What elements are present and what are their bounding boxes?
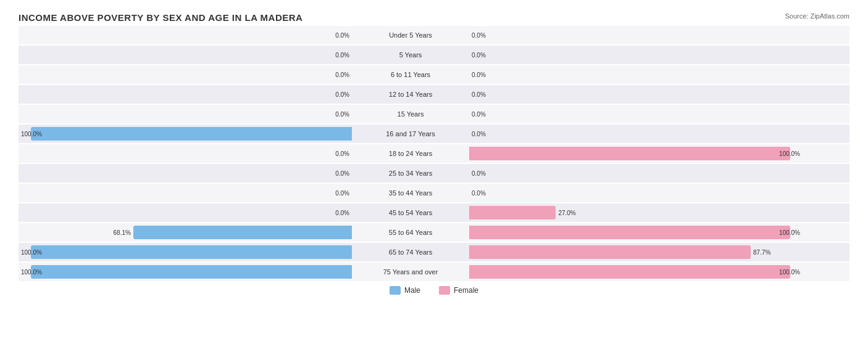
bar-label: 6 to 11 Years xyxy=(352,71,469,78)
left-section: 100.0% xyxy=(19,263,352,281)
female-value: 0.0% xyxy=(472,52,486,59)
right-section: 100.0% xyxy=(469,263,803,281)
chart-container: INCOME ABOVE POVERTY BY SEX AND AGE IN L… xyxy=(19,12,849,295)
source-label: Source: ZipAtlas.com xyxy=(785,12,849,20)
right-section: 0.0% xyxy=(469,184,803,202)
left-section: 0.0% xyxy=(19,26,352,44)
bar-row: 0.0%15 Years0.0% xyxy=(19,105,849,123)
male-bar xyxy=(31,245,352,259)
male-value: 0.0% xyxy=(335,210,349,216)
bar-row: 68.1%55 to 64 Years100.0% xyxy=(19,223,849,242)
male-value: 0.0% xyxy=(335,91,349,98)
male-value: 0.0% xyxy=(335,72,349,78)
bar-label: 65 to 74 Years xyxy=(352,248,469,256)
bar-label: 25 to 34 Years xyxy=(352,170,469,177)
male-bar xyxy=(31,127,352,141)
right-section: 0.0% xyxy=(469,125,803,143)
bar-row: 0.0%45 to 54 Years27.0% xyxy=(19,203,849,222)
female-value: 0.0% xyxy=(472,32,486,39)
male-value: 100.0% xyxy=(21,269,42,276)
bar-row: 0.0%35 to 44 Years0.0% xyxy=(19,184,849,202)
left-section: 0.0% xyxy=(19,184,352,202)
female-bar xyxy=(469,226,790,239)
male-value: 100.0% xyxy=(21,131,42,137)
male-value: 0.0% xyxy=(335,32,349,39)
male-value: 68.1% xyxy=(114,229,131,236)
female-value: 0.0% xyxy=(472,190,486,197)
bar-row: 0.0%5 Years0.0% xyxy=(19,46,849,64)
right-section: 0.0% xyxy=(469,85,803,104)
left-section: 0.0% xyxy=(19,65,352,84)
bar-label: 45 to 54 Years xyxy=(352,209,469,216)
female-value: 100.0% xyxy=(779,229,800,236)
female-bar xyxy=(469,147,790,160)
left-section: 0.0% xyxy=(19,164,352,182)
bar-label: 5 Years xyxy=(352,51,469,59)
right-section: 100.0% xyxy=(469,223,803,242)
right-section: 100.0% xyxy=(469,144,803,163)
legend-male-label: Male xyxy=(404,286,420,295)
legend-male: Male xyxy=(390,286,420,295)
left-section: 68.1% xyxy=(19,223,352,242)
left-section: 0.0% xyxy=(19,144,352,163)
bar-row: 100.0%75 Years and over100.0% xyxy=(19,263,849,281)
female-value: 0.0% xyxy=(472,170,486,177)
female-value: 87.7% xyxy=(753,249,770,256)
female-value: 100.0% xyxy=(779,269,800,276)
left-section: 0.0% xyxy=(19,203,352,222)
left-section: 0.0% xyxy=(19,105,352,123)
bar-row: 100.0%16 and 17 Years0.0% xyxy=(19,125,849,143)
bar-label: 16 and 17 Years xyxy=(352,130,469,137)
male-value: 0.0% xyxy=(335,170,349,177)
bar-label: Under 5 Years xyxy=(352,31,469,39)
bar-label: 55 to 64 Years xyxy=(352,229,469,236)
right-section: 27.0% xyxy=(469,203,803,222)
left-section: 0.0% xyxy=(19,46,352,64)
legend: Male Female xyxy=(19,286,849,295)
chart-title: INCOME ABOVE POVERTY BY SEX AND AGE IN L… xyxy=(19,12,303,23)
female-value: 0.0% xyxy=(472,111,486,118)
bar-row: 0.0%18 to 24 Years100.0% xyxy=(19,144,849,163)
chart-area: 0.0%Under 5 Years0.0%0.0%5 Years0.0%0.0%… xyxy=(19,26,849,281)
right-section: 0.0% xyxy=(469,65,803,84)
female-value: 27.0% xyxy=(558,210,575,216)
right-section: 0.0% xyxy=(469,26,803,44)
legend-female: Female xyxy=(439,286,478,295)
bar-row: 0.0%25 to 34 Years0.0% xyxy=(19,164,849,182)
bar-label: 75 Years and over xyxy=(352,268,469,276)
legend-male-box xyxy=(390,286,401,295)
female-value: 100.0% xyxy=(779,150,800,157)
male-value: 100.0% xyxy=(21,249,42,256)
male-bar xyxy=(133,226,352,239)
right-section: 0.0% xyxy=(469,105,803,123)
bar-row: 0.0%6 to 11 Years0.0% xyxy=(19,65,849,84)
male-value: 0.0% xyxy=(335,111,349,118)
male-value: 0.0% xyxy=(335,190,349,197)
right-section: 0.0% xyxy=(469,46,803,64)
bar-label: 18 to 24 Years xyxy=(352,150,469,157)
bar-label: 12 to 14 Years xyxy=(352,91,469,98)
bar-label: 35 to 44 Years xyxy=(352,189,469,197)
bar-row: 100.0%65 to 74 Years87.7% xyxy=(19,243,849,261)
male-bar xyxy=(31,265,352,279)
female-value: 0.0% xyxy=(472,72,486,78)
right-section: 87.7% xyxy=(469,243,803,261)
left-section: 100.0% xyxy=(19,243,352,261)
female-bar xyxy=(469,245,751,259)
female-bar xyxy=(469,265,790,279)
female-value: 0.0% xyxy=(472,131,486,137)
left-section: 0.0% xyxy=(19,85,352,104)
left-section: 100.0% xyxy=(19,125,352,143)
male-value: 0.0% xyxy=(335,52,349,59)
bar-row: 0.0%12 to 14 Years0.0% xyxy=(19,85,849,104)
male-value: 0.0% xyxy=(335,150,349,157)
legend-female-label: Female xyxy=(454,286,478,295)
female-bar xyxy=(469,206,556,219)
bar-label: 15 Years xyxy=(352,110,469,118)
female-value: 0.0% xyxy=(472,91,486,98)
legend-female-box xyxy=(439,286,450,295)
bar-row: 0.0%Under 5 Years0.0% xyxy=(19,26,849,44)
right-section: 0.0% xyxy=(469,164,803,182)
